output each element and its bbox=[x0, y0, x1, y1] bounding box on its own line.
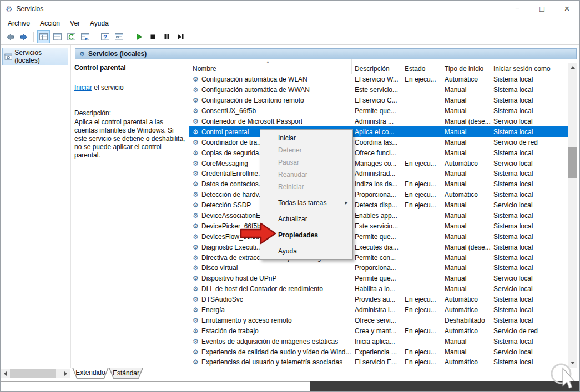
cell-estado: En ejecu... bbox=[402, 358, 442, 366]
column-header-tipo-de-inicio[interactable]: Tipo de inicio bbox=[442, 59, 491, 75]
table-row[interactable]: ⚙DLL de host del Contador de rendimiento… bbox=[189, 284, 568, 294]
service-gear-icon: ⚙ bbox=[191, 118, 200, 125]
service-gear-icon: ⚙ bbox=[191, 264, 200, 271]
table-row[interactable]: ⚙Configuración automática de WLANEl serv… bbox=[189, 74, 568, 85]
action-pane-button[interactable] bbox=[51, 30, 64, 43]
table-row[interactable]: ⚙Dispositivo host de UPnPPermite que...M… bbox=[189, 273, 568, 284]
scroll-right-button[interactable] bbox=[61, 369, 70, 378]
cell-tipo-de-inicio: Manual bbox=[442, 348, 491, 356]
table-row[interactable]: ⚙Datos de contactos...Indiza los da...En… bbox=[189, 179, 568, 190]
column-header-descripcion[interactable]: Descripción bbox=[352, 59, 402, 75]
menu-item-todas-las-tareas[interactable]: Todas las tareas▶ bbox=[260, 197, 352, 209]
service-gear-icon: ⚙ bbox=[191, 150, 200, 156]
cell-iniciar-sesion-como: Sistema local bbox=[491, 338, 568, 345]
svg-text:?: ? bbox=[103, 34, 107, 40]
stop-service-button[interactable] bbox=[147, 30, 159, 43]
cell-nombre: ⚙DTSAudioSvc bbox=[189, 296, 352, 303]
tab-extendido-label: Extendido bbox=[72, 369, 109, 376]
menu-item-detener[interactable]: Detener bbox=[260, 144, 352, 156]
title-bar[interactable]: ⚙ Servicios − □ × bbox=[1, 1, 579, 17]
table-row[interactable]: ⚙EnergíaAdministra l...En ejecu...Automá… bbox=[189, 305, 568, 315]
menu-archivo[interactable]: Archivo bbox=[3, 17, 35, 29]
start-service-button[interactable] bbox=[133, 30, 145, 43]
menu-item-pausar[interactable]: Pausar bbox=[260, 156, 352, 169]
tab-estandar-label: Estándar bbox=[109, 369, 143, 377]
table-row[interactable]: ⚙Disco virtualProporciona...ManualSistem… bbox=[189, 263, 568, 273]
table-row[interactable]: ⚙Control parentalAplica el co...ManualSi… bbox=[189, 126, 568, 137]
table-row[interactable]: ⚙Configuración de Escritorio remotoEl se… bbox=[189, 95, 568, 106]
help-button[interactable]: ? bbox=[99, 30, 112, 43]
table-row[interactable]: ⚙Enrutamiento y acceso remotoOfrece serv… bbox=[189, 315, 568, 325]
tree-item-servicios-locales[interactable]: Servicios (locales) bbox=[2, 48, 68, 65]
vertical-scrollbar[interactable] bbox=[568, 63, 577, 368]
cell-iniciar-sesion-como: Sistema local bbox=[491, 264, 568, 272]
submenu-arrow-icon: ▶ bbox=[345, 197, 348, 209]
cell-iniciar-sesion-como: Servicio local bbox=[491, 348, 568, 356]
cell-estado: En ejecu... bbox=[402, 191, 442, 198]
table-row[interactable]: ⚙Configuración automática de WWANEste se… bbox=[189, 85, 568, 95]
service-action: Iniciar el servicio bbox=[74, 84, 188, 91]
table-row[interactable]: ⚙Copias de segurida...Ofrece funci...Man… bbox=[189, 147, 568, 158]
service-gear-icon: ⚙ bbox=[191, 275, 200, 282]
table-row[interactable]: ⚙Directiva de extracción de tarjetas int… bbox=[189, 252, 568, 263]
export-list-button[interactable] bbox=[79, 30, 92, 43]
show-console-tree-button[interactable] bbox=[37, 30, 50, 43]
service-gear-icon: ⚙ bbox=[191, 129, 200, 135]
table-row[interactable]: ⚙Detección SSDPDetecta disp...En ejecu..… bbox=[189, 200, 568, 211]
restart-service-button[interactable] bbox=[174, 30, 187, 43]
cell-nombre: ⚙DLL de host del Contador de rendimiento bbox=[189, 285, 352, 293]
scroll-left-button[interactable] bbox=[1, 369, 10, 378]
toolbar-separator bbox=[129, 32, 129, 42]
maximize-button[interactable]: □ bbox=[529, 1, 554, 17]
tree-horizontal-scrollbar[interactable] bbox=[1, 369, 70, 378]
vertical-scrollbar-thumb[interactable] bbox=[568, 147, 577, 178]
back-button[interactable] bbox=[3, 30, 16, 43]
tab-extendido[interactable]: Extendido bbox=[72, 368, 109, 379]
menu-item-iniciar[interactable]: Iniciar bbox=[260, 132, 352, 144]
table-row[interactable]: ⚙DeviceAssociationE...Enables app...Manu… bbox=[189, 211, 568, 221]
column-header-nombre[interactable]: Nombre bbox=[189, 59, 352, 75]
column-header-iniciar-sesion-como[interactable]: Iniciar sesión como bbox=[491, 59, 568, 75]
table-row[interactable]: ⚙Contenedor de Microsoft PassportAdminis… bbox=[189, 116, 568, 127]
menu-item-reiniciar[interactable]: Reiniciar bbox=[260, 181, 352, 193]
table-row[interactable]: ⚙Estación de trabajoCrea y mant...En eje… bbox=[189, 325, 568, 336]
table-row[interactable]: ⚙CoreMessagingManages co...En ejecu...Au… bbox=[189, 158, 568, 169]
menu-item-label: Reiniciar bbox=[278, 183, 304, 191]
refresh-button[interactable] bbox=[65, 30, 78, 43]
properties-button[interactable] bbox=[113, 30, 125, 43]
table-row[interactable]: ⚙Detección de hardv...Proporciona...En e… bbox=[189, 190, 568, 200]
start-service-link[interactable]: Iniciar bbox=[74, 84, 92, 91]
menu-ver[interactable]: Ver bbox=[65, 17, 85, 29]
cell-iniciar-sesion-como: Sistema local bbox=[491, 212, 568, 220]
column-header-estado[interactable]: Estado bbox=[402, 59, 442, 75]
service-gear-icon: ⚙ bbox=[191, 212, 200, 219]
forward-button[interactable] bbox=[17, 30, 30, 43]
menu-item-reanudar[interactable]: Reanudar bbox=[260, 169, 352, 181]
table-row[interactable]: ⚙DTSAudioSvcProvides au...En ejecu...Aut… bbox=[189, 294, 568, 305]
pause-service-button[interactable] bbox=[160, 30, 173, 43]
service-gear-icon: ⚙ bbox=[191, 328, 200, 334]
table-row[interactable]: ⚙Experiencias del usuario y telemetría a… bbox=[189, 357, 568, 368]
cell-iniciar-sesion-como: Sistema local bbox=[491, 243, 568, 251]
console-tree-icon bbox=[39, 32, 48, 42]
content-header-title: Servicios (locales) bbox=[88, 50, 147, 58]
scroll-up-button[interactable] bbox=[568, 63, 577, 72]
menu-ayuda[interactable]: Ayuda bbox=[85, 17, 114, 29]
cell-tipo-de-inicio: Manual bbox=[442, 107, 491, 115]
tabs-divider bbox=[71, 368, 577, 368]
table-row[interactable]: ⚙Experiencia de calidad de audio y vídeo… bbox=[189, 347, 568, 357]
table-row[interactable]: ⚙ConsentUX_66f5bPermite que...ManualSist… bbox=[189, 106, 568, 116]
service-gear-icon: ⚙ bbox=[191, 317, 200, 324]
panel-splitter[interactable] bbox=[70, 45, 71, 368]
close-button[interactable]: × bbox=[554, 1, 579, 17]
tab-estandar[interactable]: Estándar bbox=[109, 368, 143, 379]
menu-accion[interactable]: Acción bbox=[35, 17, 65, 29]
table-row[interactable]: ⚙Eventos de adquisición de imágenes está… bbox=[189, 336, 568, 347]
table-row[interactable]: ⚙CredentialEnrollme...Administrad...Manu… bbox=[189, 169, 568, 179]
menu-item-ayuda[interactable]: Ayuda bbox=[260, 245, 352, 257]
table-row[interactable]: ⚙Coordinador de tra...Coordina las...Man… bbox=[189, 137, 568, 147]
minimize-button[interactable]: − bbox=[505, 1, 529, 17]
horizontal-scrollbar-thumb[interactable] bbox=[10, 369, 56, 378]
cell-descripcion: El servicio W... bbox=[352, 75, 402, 83]
cell-nombre: ⚙Experiencia de calidad de audio y vídeo… bbox=[189, 348, 352, 356]
